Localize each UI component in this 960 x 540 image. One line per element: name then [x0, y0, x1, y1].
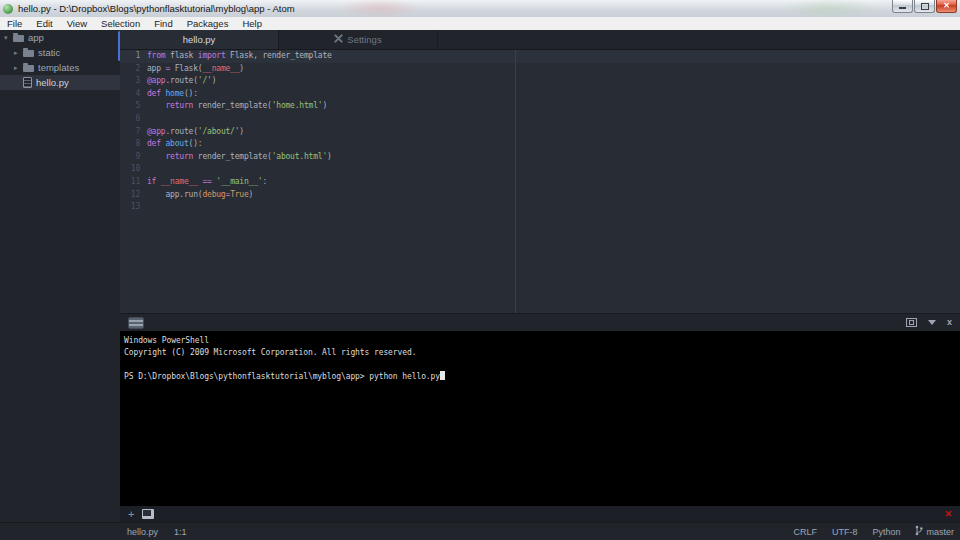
status-python[interactable]: Python: [872, 527, 900, 537]
maximize-terminal-icon[interactable]: [906, 318, 917, 327]
file-icon: [23, 77, 32, 88]
line-number: 11: [120, 176, 140, 189]
menu-item-view[interactable]: View: [60, 18, 94, 29]
line-number: 9: [120, 151, 140, 164]
menu-bar: FileEditViewSelectionFindPackagesHelp: [0, 17, 960, 30]
minimize-button[interactable]: [892, 0, 913, 13]
code-line[interactable]: return render_template('home.html'): [147, 100, 960, 113]
tree-item-label: app: [28, 32, 44, 43]
terminal-header-actions: x: [906, 318, 952, 327]
atom-window: hello.py - D:\Dropbox\Blogs\pythonflaskt…: [0, 0, 960, 540]
menu-item-selection[interactable]: Selection: [94, 18, 147, 29]
terminal-list-icon[interactable]: [128, 317, 144, 329]
code-line[interactable]: app = Flask(__name__): [147, 63, 960, 76]
line-number-gutter: 12345678910111213: [120, 50, 140, 214]
code-line[interactable]: @app.route('/about/'): [147, 126, 960, 139]
tree-item-app[interactable]: ▾app: [0, 30, 120, 45]
maximize-button[interactable]: [914, 0, 935, 13]
window-title: hello.py - D:\Dropbox\Blogs\pythonflaskt…: [18, 3, 295, 14]
status-item-label: master: [926, 527, 954, 537]
menu-item-file[interactable]: File: [0, 18, 29, 29]
status-item-label: UTF-8: [832, 527, 858, 537]
terminal-cursor: [440, 371, 445, 380]
terminal-line: Copyright (C) 2009 Microsoft Corporation…: [124, 347, 956, 359]
status-right: CRLFUTF-8Pythonmaster: [793, 525, 954, 538]
line-number: 4: [120, 88, 140, 101]
status-master[interactable]: master: [915, 525, 954, 538]
tab-bar: hello.pySettings: [120, 30, 960, 50]
code-line[interactable]: @app.route('/'): [147, 75, 960, 88]
terminal-line: [124, 359, 956, 371]
menu-item-help[interactable]: Help: [235, 18, 269, 29]
code-line[interactable]: if __name__ == '__main__':: [147, 176, 960, 189]
tree-view: ▾app▸static▸templateshello.py: [0, 30, 120, 522]
chevron-right-icon: ▸: [14, 64, 23, 72]
chevron-down-icon: ▾: [4, 34, 13, 42]
status-crlf[interactable]: CRLF: [793, 527, 817, 537]
code-line[interactable]: from flask import Flask, render_template: [147, 50, 960, 63]
menu-item-edit[interactable]: Edit: [29, 18, 59, 29]
terminal-line: PS D:\Dropbox\Blogs\pythonflasktutorial\…: [124, 371, 956, 383]
line-number: 12: [120, 189, 140, 202]
terminal-line: Windows PowerShell: [124, 335, 956, 347]
line-number: 1: [120, 50, 140, 63]
code-line[interactable]: def about():: [147, 138, 960, 151]
folder-icon: [13, 35, 24, 42]
tools-icon: [334, 34, 343, 45]
folder-icon: [23, 50, 34, 57]
terminal-status-icon[interactable]: [142, 509, 154, 519]
tree-item-hello-py[interactable]: hello.py: [0, 75, 120, 90]
status-left: hello.py 1:1: [127, 527, 187, 537]
code-line[interactable]: [147, 163, 960, 176]
menu-item-find[interactable]: Find: [147, 18, 179, 29]
line-number: 3: [120, 75, 140, 88]
terminal-console[interactable]: Windows PowerShellCopyright (C) 2009 Mic…: [120, 331, 960, 506]
terminal-footer: + ✕: [120, 506, 960, 522]
tree-item-label: hello.py: [36, 77, 69, 88]
code-line[interactable]: return render_template('about.html'): [147, 151, 960, 164]
close-terminal-icon[interactable]: x: [947, 318, 952, 327]
new-terminal-button[interactable]: +: [128, 509, 134, 520]
maximize-icon: [921, 3, 929, 10]
code-line[interactable]: app.run(debug=True): [147, 189, 960, 202]
atom-app-icon: [3, 4, 13, 14]
chevron-down-icon[interactable]: [928, 320, 936, 325]
line-number: 6: [120, 113, 140, 126]
tab-label: Settings: [347, 34, 381, 45]
title-bar: hello.py - D:\Dropbox\Blogs\pythonflaskt…: [0, 0, 960, 17]
close-all-terminals-button[interactable]: ✕: [944, 510, 952, 519]
terminal-panel-header: x: [120, 313, 960, 331]
status-bar: hello.py 1:1 CRLFUTF-8Pythonmaster: [0, 522, 960, 540]
status-item-label: CRLF: [793, 527, 817, 537]
git-branch-icon: [915, 525, 923, 538]
chevron-right-icon: ▸: [14, 49, 23, 57]
code-line[interactable]: [147, 201, 960, 214]
code-lines: from flask import Flask, render_template…: [147, 50, 960, 214]
folder-icon: [23, 65, 34, 72]
status-filename[interactable]: hello.py: [127, 527, 158, 537]
status-cursor-position[interactable]: 1:1: [174, 527, 187, 537]
menu-item-packages[interactable]: Packages: [180, 18, 236, 29]
line-number: 2: [120, 63, 140, 76]
tree-item-label: static: [38, 47, 60, 58]
tree-item-templates[interactable]: ▸templates: [0, 60, 120, 75]
line-number: 10: [120, 163, 140, 176]
close-button[interactable]: ✕: [936, 0, 957, 13]
code-editor[interactable]: 12345678910111213 from flask import Flas…: [120, 50, 960, 313]
tab-label: hello.py: [183, 34, 216, 45]
line-number: 13: [120, 201, 140, 214]
code-line[interactable]: [147, 113, 960, 126]
close-icon: ✕: [943, 2, 950, 10]
minimize-icon: [899, 7, 906, 9]
line-number: 8: [120, 138, 140, 151]
line-number: 7: [120, 126, 140, 139]
line-number: 5: [120, 100, 140, 113]
code-line[interactable]: def home():: [147, 88, 960, 101]
window-controls: ✕: [891, 0, 957, 13]
tree-item-label: templates: [38, 62, 79, 73]
status-utf-8[interactable]: UTF-8: [832, 527, 858, 537]
status-item-label: Python: [872, 527, 900, 537]
tree-item-static[interactable]: ▸static: [0, 45, 120, 60]
tab-hello.py[interactable]: hello.py: [120, 30, 279, 49]
tab-settings[interactable]: Settings: [279, 30, 438, 49]
